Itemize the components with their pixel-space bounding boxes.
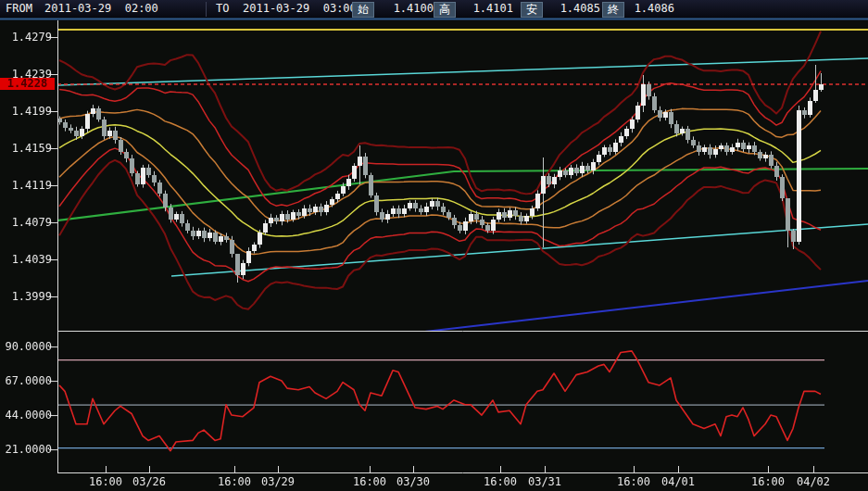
- close-value: 1.4086: [617, 2, 674, 15]
- price-axis-tick-label: 1.4079: [12, 216, 52, 229]
- oscillator-axis-tick-label: 21.0000: [5, 443, 52, 456]
- low-value: 1.4085: [543, 2, 600, 15]
- high-badge-group: 高: [434, 2, 456, 18]
- to-label: TO: [216, 2, 229, 15]
- to-value: 2011-03-29 03:00: [243, 2, 357, 15]
- time-axis-tick-label: 16:00: [87, 475, 124, 488]
- oscillator-axis-tick-label: 67.0000: [5, 374, 52, 387]
- price-axis-tick-label: 1.3999: [12, 290, 52, 303]
- oscillator-axis-tick-label: 44.0000: [5, 409, 52, 422]
- header-divider: [206, 2, 207, 17]
- price-axis-tick-label: 1.4279: [12, 31, 52, 44]
- from-value: 2011-03-29 02:00: [44, 2, 158, 15]
- price-axis-tick-label: 1.4199: [12, 105, 52, 118]
- current-price-tag: 1.4228: [0, 78, 55, 90]
- time-axis-tick-label: 03/31: [526, 475, 563, 488]
- price-axis-tick-label: 1.4159: [12, 142, 52, 155]
- time-axis-tick-label: 03/30: [395, 475, 432, 488]
- high-badge: 高: [434, 2, 456, 18]
- high-value: 1.4101: [456, 2, 513, 15]
- price-chart-canvas[interactable]: [0, 0, 868, 491]
- time-axis-tick-label: 16:00: [351, 475, 388, 488]
- open-badge: 始: [352, 2, 374, 18]
- low-badge: 安: [521, 2, 543, 18]
- time-axis-tick-label: 04/01: [660, 475, 697, 488]
- oscillator-axis-tick-label: 90.0000: [5, 340, 52, 353]
- chart-window: FROM 2011-03-29 02:00 TO 2011-03-29 03:0…: [0, 0, 868, 491]
- open-badge-group: 始: [352, 2, 374, 18]
- time-axis-tick-label: 16:00: [615, 475, 652, 488]
- time-axis-tick-label: 03/29: [259, 475, 296, 488]
- open-value: 1.4100: [376, 2, 434, 15]
- time-axis-tick-label: 16:00: [749, 475, 786, 488]
- time-axis-tick-label: 03/26: [131, 475, 168, 488]
- low-badge-group: 安: [521, 2, 543, 18]
- time-axis-tick-label: 16:00: [216, 475, 253, 488]
- from-label: FROM: [6, 2, 32, 15]
- ohlc-header: FROM 2011-03-29 02:00 TO 2011-03-29 03:0…: [0, 0, 868, 18]
- time-axis-tick-label: 16:00: [482, 475, 519, 488]
- price-axis-tick-label: 1.4119: [12, 179, 52, 192]
- price-axis-tick-label: 1.4039: [12, 253, 52, 266]
- time-axis-tick-label: 04/02: [795, 475, 832, 488]
